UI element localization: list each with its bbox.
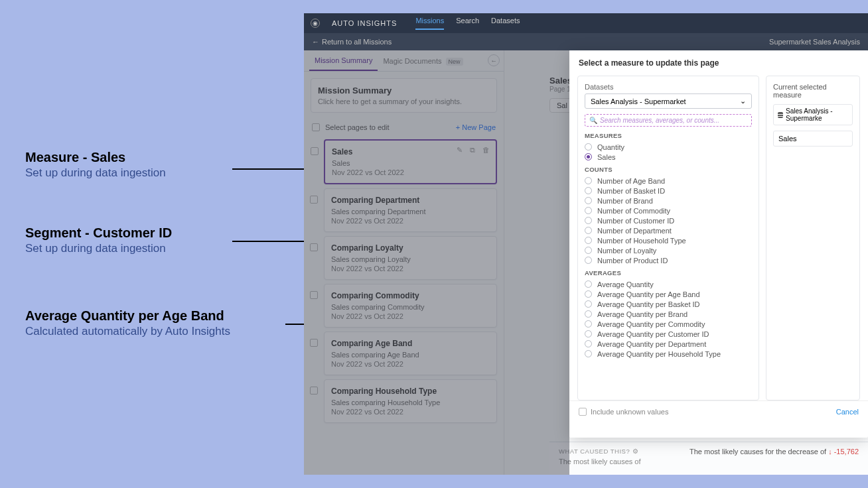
page-card-checkbox[interactable]: [310, 291, 318, 299]
tab-new-badge: New: [446, 58, 463, 66]
dataset-select[interactable]: Sales Analysis - Supermarket ⌄: [585, 93, 752, 109]
annotation-measure-sub: Set up during data ingestion: [25, 166, 166, 180]
page-card-title: Comparing Commodity: [331, 291, 490, 300]
measure-option[interactable]: Average Quantity per Department: [585, 339, 752, 349]
measure-option-label: Number of Commodity: [597, 207, 670, 215]
cause-right-prefix: The most likely causes for the decrease …: [689, 448, 828, 456]
include-unknown-row[interactable]: Include unknown values: [579, 408, 668, 416]
modal-header: Select a measure to update this page: [569, 50, 868, 76]
measure-option[interactable]: Average Quantity: [585, 279, 752, 289]
page-card-dates: Nov 2022 vs Oct 2022: [331, 217, 490, 225]
page-card-sub: Sales comparing Household Type: [331, 398, 490, 406]
annotation-segment-title: Segment - Customer ID: [25, 225, 172, 241]
measure-option[interactable]: Average Quantity per Basket ID: [585, 299, 752, 309]
measure-option[interactable]: Quantity: [585, 142, 752, 152]
mission-summary-text: Click here to get a summary of your insi…: [318, 97, 490, 105]
measure-option-label: Number of Age Band: [597, 177, 665, 185]
measure-option[interactable]: Average Quantity per Brand: [585, 309, 752, 319]
page-card-checkbox[interactable]: [310, 387, 318, 395]
group-measures-head: MEASURES: [585, 132, 752, 139]
breadcrumb: Supermarket Sales Analysis: [769, 38, 860, 46]
return-link[interactable]: ← Return to all Missions: [312, 38, 392, 46]
annotation-average-sub: Calculated automatically by Auto Insight…: [25, 325, 230, 338]
annotation-average-title: Average Quantity per Age Band: [25, 308, 230, 324]
chevron-down-icon: ⌄: [740, 97, 746, 105]
collapse-left-icon[interactable]: ←: [488, 54, 500, 66]
page-card-checkbox[interactable]: [310, 339, 318, 347]
measure-option[interactable]: Average Quantity per Customer ID: [585, 329, 752, 339]
select-all-checkbox[interactable]: [312, 123, 320, 131]
nav-missions[interactable]: Missions: [415, 17, 444, 30]
page-card[interactable]: SalesSalesNov 2022 vs Oct 2022✎⧉🗑: [324, 139, 497, 184]
annotation-average: Average Quantity per Age Band Calculated…: [25, 308, 230, 338]
measure-option[interactable]: Average Quantity per Commodity: [585, 319, 752, 329]
radio-icon: [585, 350, 592, 357]
new-page-link[interactable]: + New Page: [456, 123, 496, 131]
measure-option-label: Average Quantity per Commodity: [597, 320, 705, 328]
radio-icon: [585, 153, 592, 160]
page-card[interactable]: Comparing CommoditySales comparing Commo…: [324, 284, 497, 328]
measure-option[interactable]: Number of Department: [585, 225, 752, 235]
page-card-dates: Nov 2022 vs Oct 2022: [331, 312, 490, 320]
tab-magic-documents[interactable]: Magic Documents New: [378, 52, 468, 70]
trash-icon[interactable]: 🗑: [481, 146, 490, 154]
search-placeholder: Search measures, averages, or counts...: [600, 117, 719, 124]
radio-icon: [585, 257, 592, 264]
page-card[interactable]: Comparing Household TypeSales comparing …: [324, 379, 497, 423]
measure-option[interactable]: Number of Basket ID: [585, 186, 752, 196]
gear-icon[interactable]: ⚙: [632, 448, 639, 455]
page-card-title: Comparing Age Band: [331, 339, 490, 348]
group-averages-head: AVERAGES: [585, 269, 752, 276]
annotation-region: Measure - Sales Set up during data inges…: [0, 0, 304, 488]
tab-mission-summary[interactable]: Mission Summary: [309, 51, 378, 71]
measure-option[interactable]: Number of Product ID: [585, 255, 752, 265]
measure-option[interactable]: Number of Age Band: [585, 176, 752, 186]
measure-option[interactable]: Number of Brand: [585, 196, 752, 206]
measure-option[interactable]: Number of Loyalty: [585, 245, 752, 255]
arrow-left-icon: ←: [312, 38, 319, 46]
copy-icon[interactable]: ⧉: [468, 146, 477, 154]
modal-body: Datasets Sales Analysis - Supermarket ⌄ …: [569, 76, 868, 400]
what-caused-label: WHAT CAUSED THIS?: [559, 448, 630, 455]
cancel-button[interactable]: Cancel: [836, 408, 859, 416]
measure-option[interactable]: Average Quantity per Age Band: [585, 289, 752, 299]
select-pages-row: Select pages to edit + New Page: [304, 119, 504, 135]
page-card-sub: Sales: [332, 159, 489, 167]
page-card-checkbox[interactable]: [311, 147, 319, 155]
measure-option-label: Number of Loyalty: [597, 247, 656, 255]
measure-option[interactable]: Sales: [585, 152, 752, 162]
database-icon: [778, 112, 783, 118]
page-card[interactable]: Comparing DepartmentSales comparing Depa…: [324, 188, 497, 232]
radio-icon: [585, 143, 592, 151]
measure-option-label: Average Quantity: [597, 280, 654, 288]
measure-search-input[interactable]: 🔍 Search measures, averages, or counts..…: [585, 114, 752, 127]
measure-option-label: Quantity: [597, 143, 624, 151]
pencil-icon[interactable]: ✎: [455, 146, 464, 154]
measure-option-label: Average Quantity per Customer ID: [597, 330, 709, 338]
page-card-actions: ✎⧉🗑: [455, 146, 490, 154]
radio-icon: [585, 227, 592, 234]
what-caused-strip: WHAT CAUSED THIS? ⚙ The most likely caus…: [549, 442, 868, 475]
measure-option-label: Sales: [597, 153, 616, 161]
page-card-checkbox[interactable]: [310, 243, 318, 251]
measure-option[interactable]: Average Quantity per Household Type: [585, 349, 752, 359]
page-card[interactable]: Comparing LoyaltySales comparing Loyalty…: [324, 236, 497, 280]
page-card-dates: Nov 2022 vs Oct 2022: [331, 408, 490, 416]
measure-option[interactable]: Number of Household Type: [585, 235, 752, 245]
nav-datasets[interactable]: Datasets: [491, 17, 520, 30]
radio-icon: [585, 217, 592, 224]
page-card-sub: Sales comparing Age Band: [331, 351, 490, 359]
modal-current-panel: Current selected measure Sales Analysis …: [766, 76, 860, 400]
annotation-measure-title: Measure - Sales: [25, 150, 166, 165]
page-card-checkbox[interactable]: [310, 196, 318, 204]
measure-option[interactable]: Number of Customer ID: [585, 215, 752, 225]
radio-icon: [585, 320, 592, 328]
measure-option[interactable]: Number of Commodity: [585, 206, 752, 215]
radio-icon: [585, 300, 592, 308]
radio-icon: [585, 207, 592, 214]
radio-icon: [585, 237, 592, 244]
nav-search[interactable]: Search: [456, 17, 479, 30]
page-card[interactable]: Comparing Age BandSales comparing Age Ba…: [324, 332, 497, 375]
mission-summary-card[interactable]: Mission Summary Click here to get a summ…: [311, 78, 497, 113]
include-unknown-checkbox[interactable]: [579, 408, 587, 416]
